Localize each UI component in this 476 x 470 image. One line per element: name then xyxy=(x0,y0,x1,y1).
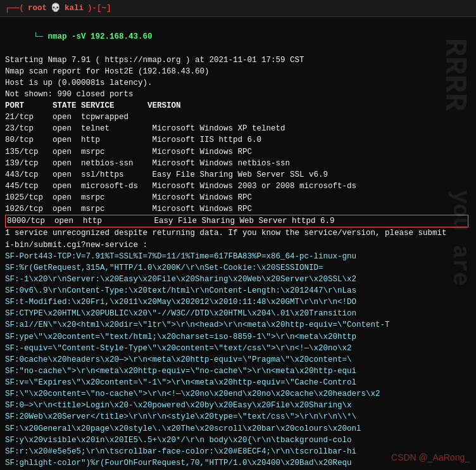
title-user: root xyxy=(28,3,47,14)
line-sf-4: SF:CTYPE\x20HTML\x20PUBLIC\x20\"-//W3C//… xyxy=(5,308,471,319)
terminal-window: RRRR you are ┌──(root💀kali)-[~] └─ nmap … xyxy=(0,0,476,470)
line-sf-7: SF:-equiv=\"Content-Style-Type\"\x20cont… xyxy=(5,343,471,354)
line-sf-11: SF:\"\x20content=\"no-cache\">\r\n<!—\x2… xyxy=(5,388,471,400)
line-port-80: 80/tcp open http Microsoft IIS httpd 6.0 xyxy=(5,134,471,146)
line-port-1025: 1025/tcp open msrpc Microsoft Windows RP… xyxy=(5,192,471,203)
line-sf-15: SF:y\x20visible\x20in\x20IE5\.5+\x20*/\r… xyxy=(5,435,471,446)
title-host: kali xyxy=(65,3,84,14)
line-sf-5: SF:al//EN\"\x20<html\x20dir=\"ltr\">\r\n… xyxy=(5,319,471,331)
line-sf-8: SF:0cache\x20headers\x20—>\r\n<meta\x20h… xyxy=(5,354,471,365)
line-not-shown: Not shown: 990 closed ports xyxy=(5,89,471,100)
line-scan-report: Nmap scan report for Host2E (192.168.43.… xyxy=(5,66,471,77)
hash-symbol xyxy=(43,32,48,41)
line-sf-3: SF:t-Modified:\x20Fri,\x2011\x20May\x202… xyxy=(5,296,471,308)
line-sf-1: SF:-1\x20\r\nServer:\x20Easy\x20File\x20… xyxy=(5,274,471,285)
line-port-139: 139/tcp open netbios-ssn Microsoft Windo… xyxy=(5,158,471,169)
line-sf-bin: i-bin/submit.cgi?new-service : xyxy=(5,239,471,251)
bracket-close: )-[~] xyxy=(87,3,111,14)
line-sf-port: SF-Port443-TCP:V=7.91%T=SSL%I=7%D=11/1%T… xyxy=(5,251,471,262)
line-port-445: 445/tcp open microsoft-ds Microsoft Wind… xyxy=(5,181,471,192)
terminal-content: └─ nmap -sV 192.168.43.60 Starting Nmap … xyxy=(0,17,476,470)
prompt-symbol: └─ xyxy=(34,32,43,41)
command-text: nmap -sV 192.168.43.60 xyxy=(48,32,153,41)
line-port-23: 23/tcp open telnet Microsoft Windows XP … xyxy=(5,123,471,134)
line-port-21: 21/tcp open tcpwrapped xyxy=(5,111,471,123)
line-nmap-start: Starting Nmap 7.91 ( https://nmap.org ) … xyxy=(5,54,471,66)
title-bar: ┌──(root💀kali)-[~] xyxy=(0,0,476,17)
line-host-up: Host is up (0.000081s latency). xyxy=(5,77,471,89)
line-port-443: 443/tcp open ssl/https Easy File Sharing… xyxy=(5,169,471,181)
line-port-135: 135/tcp open msrpc Microsoft Windows RPC xyxy=(5,146,471,158)
line-sf-14: SF:\x20General\x20page\x20style\.\x20The… xyxy=(5,423,471,435)
line-port-8000-highlight: 8000/tcp open http Easy File Sharing Web… xyxy=(5,215,468,227)
line-sf-13: SF:20Web\x20Server</title>\r\n\r\n<style… xyxy=(5,411,471,422)
csdn-badge: CSDN @_AaRong_ xyxy=(391,451,470,464)
line-sf-12: SF:0—>\r\n<title>Login\x20-\x20powered\x… xyxy=(5,400,471,411)
skull-icon: 💀 xyxy=(51,3,61,14)
line-service-unrecog: 1 service unrecognized despite returning… xyxy=(5,227,471,239)
line-header: PORT STATE SERVICE VERSION xyxy=(5,100,471,111)
bracket-open: ┌──( xyxy=(5,3,24,14)
line-sf-2: SF:0v6\.9\r\nContent-Type:\x20text/html\… xyxy=(5,285,471,296)
line-sf-10: SF:v=\"Expires\"\x20content=\"-1\">\r\n<… xyxy=(5,377,471,388)
command-line: └─ nmap -sV 192.168.43.60 xyxy=(5,20,471,54)
line-port-1026: 1026/tcp open msrpc Microsoft Windows RP… xyxy=(5,203,471,215)
line-port-8000-text: 8000/tcp open http Easy File Sharing Web… xyxy=(7,217,335,225)
line-sf-9: SF:"no-cache\">\r\n<meta\x20http-equiv=\… xyxy=(5,365,471,377)
line-sf-getreq: SF:%r(GetRequest,315A,"HTTP/1.0\x200K/\r… xyxy=(5,262,471,274)
line-sf-6: SF:ype\"\x20content=\"text/html;\x20char… xyxy=(5,331,471,343)
